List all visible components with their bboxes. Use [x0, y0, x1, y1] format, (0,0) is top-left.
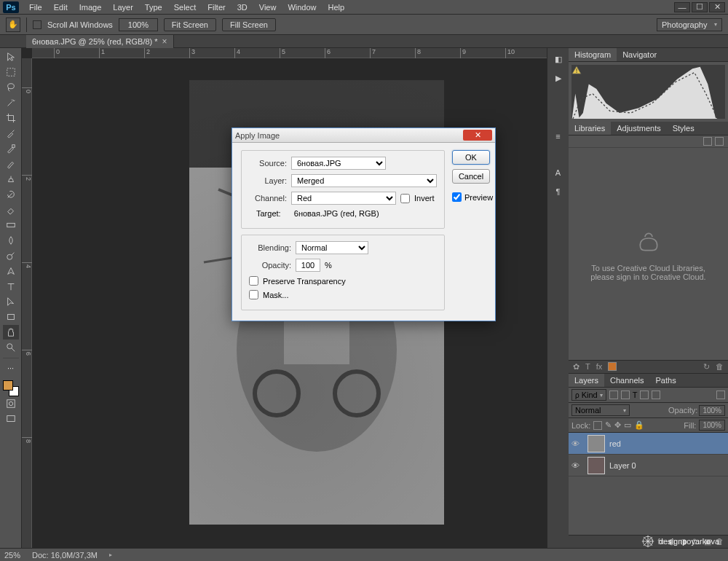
- magic-wand-tool-icon[interactable]: [3, 95, 19, 110]
- healing-brush-tool-icon[interactable]: [3, 141, 19, 156]
- menu-select[interactable]: Select: [168, 3, 202, 12]
- channel-dropdown[interactable]: Red: [291, 192, 396, 205]
- menu-image[interactable]: Image: [74, 3, 108, 12]
- filter-image-icon[interactable]: [609, 391, 618, 399]
- filter-adjust-icon[interactable]: [621, 391, 630, 399]
- tab-navigator[interactable]: Navigator: [617, 48, 662, 61]
- pen-tool-icon[interactable]: [3, 264, 19, 278]
- status-zoom[interactable]: 25%: [4, 551, 20, 560]
- layer-kind-dropdown[interactable]: ρ Kind ▾: [571, 389, 606, 401]
- menu-file[interactable]: File: [23, 3, 48, 12]
- invert-checkbox[interactable]: [400, 194, 410, 203]
- crop-tool-icon[interactable]: [3, 111, 19, 125]
- layer-dropdown[interactable]: Merged: [291, 174, 437, 187]
- window-minimize-button[interactable]: —: [674, 2, 690, 12]
- lock-brush-icon[interactable]: ✎: [605, 420, 612, 430]
- filter-shape-icon[interactable]: [640, 391, 649, 399]
- path-select-tool-icon[interactable]: [3, 294, 19, 309]
- fill-screen-button[interactable]: Fill Screen: [222, 18, 276, 31]
- layer-item-red[interactable]: 👁 red: [569, 433, 728, 455]
- eraser-tool-icon[interactable]: [3, 203, 19, 217]
- eyedropper-tool-icon[interactable]: [3, 126, 19, 141]
- lock-all-icon[interactable]: 🔒: [634, 420, 644, 430]
- cancel-button[interactable]: Cancel: [452, 169, 490, 184]
- sync-icon[interactable]: ↻: [703, 362, 710, 372]
- dialog-close-button[interactable]: ✕: [463, 130, 492, 141]
- blur-tool-icon[interactable]: [3, 233, 19, 248]
- quick-mask-icon[interactable]: [3, 396, 19, 411]
- tab-styles[interactable]: Styles: [667, 122, 700, 135]
- preserve-transparency-checkbox[interactable]: [249, 276, 258, 286]
- document-tab[interactable]: 6новая.JPG @ 25% (red, RGB/8) * ×: [26, 35, 174, 48]
- hand-tool-icon-toolbar[interactable]: [3, 325, 19, 340]
- dialog-opacity-input[interactable]: [296, 259, 320, 272]
- fx-icon[interactable]: fx: [596, 362, 603, 372]
- tab-paths[interactable]: Paths: [650, 374, 682, 387]
- ok-button[interactable]: OK: [452, 150, 490, 165]
- lib-list-view-icon[interactable]: [715, 137, 724, 146]
- tab-adjustments[interactable]: Adjustments: [611, 122, 667, 135]
- preview-checkbox[interactable]: [452, 192, 462, 202]
- filter-smart-icon[interactable]: [652, 391, 660, 399]
- dodge-tool-icon[interactable]: [3, 248, 19, 263]
- marquee-tool-icon[interactable]: [3, 65, 19, 79]
- menu-filter[interactable]: Filter: [202, 3, 231, 12]
- window-maximize-button[interactable]: ☐: [692, 2, 708, 12]
- blending-dropdown[interactable]: Normal: [296, 241, 368, 254]
- zoom-tool-icon[interactable]: [3, 340, 19, 355]
- lock-move-icon[interactable]: ✥: [614, 420, 621, 430]
- type-style-icon[interactable]: T: [585, 362, 590, 372]
- workspace-dropdown[interactable]: Photography ▾: [657, 18, 722, 31]
- move-tool-icon[interactable]: [3, 50, 19, 64]
- layer-opacity-input[interactable]: 100%: [699, 405, 725, 416]
- lib-grid-view-icon[interactable]: [703, 137, 712, 146]
- edit-toolbar-button[interactable]: ···: [3, 361, 19, 375]
- mask-checkbox[interactable]: [249, 290, 258, 299]
- layer-name[interactable]: red: [609, 439, 621, 448]
- layer-fill-input[interactable]: 100%: [699, 420, 725, 431]
- color-swatches[interactable]: [3, 380, 19, 396]
- tab-histogram[interactable]: Histogram: [569, 48, 617, 61]
- blend-mode-dropdown[interactable]: Normal▾: [571, 404, 630, 416]
- layer-item-layer0[interactable]: 👁 Layer 0: [569, 455, 728, 476]
- menu-type[interactable]: Type: [139, 3, 168, 12]
- document-tab-close-button[interactable]: ×: [162, 36, 167, 47]
- filter-type-icon[interactable]: T: [633, 391, 638, 399]
- paragraph-panel-icon[interactable]: ¶: [550, 184, 566, 200]
- zoom-input[interactable]: 100%: [119, 18, 158, 31]
- visibility-toggle-icon[interactable]: 👁: [571, 461, 583, 470]
- tab-libraries[interactable]: Libraries: [569, 122, 611, 135]
- visibility-toggle-icon[interactable]: 👁: [571, 439, 583, 448]
- menu-3d[interactable]: 3D: [232, 3, 253, 12]
- properties-panel-icon[interactable]: ≡: [550, 128, 566, 144]
- window-close-button[interactable]: ✕: [709, 2, 725, 12]
- lock-artboard-icon[interactable]: ▭: [624, 420, 631, 430]
- dialog-titlebar[interactable]: Apply Image ✕: [232, 128, 495, 143]
- menu-edit[interactable]: Edit: [48, 3, 74, 12]
- add-style-icon[interactable]: ✿: [573, 362, 579, 372]
- status-doc-size[interactable]: Doc: 16,0M/37,3M: [32, 551, 98, 560]
- fit-screen-button[interactable]: Fit Screen: [164, 18, 216, 31]
- menu-layer[interactable]: Layer: [107, 3, 139, 12]
- layer-name[interactable]: Layer 0: [609, 461, 636, 470]
- swatches-panel-icon[interactable]: ▶: [550, 70, 566, 86]
- rectangle-tool-icon[interactable]: [3, 310, 19, 324]
- lock-transparent-icon[interactable]: [593, 421, 602, 430]
- brush-tool-icon[interactable]: [3, 157, 19, 171]
- history-brush-tool-icon[interactable]: [3, 187, 19, 202]
- clone-stamp-tool-icon[interactable]: [3, 172, 19, 187]
- filter-toggle[interactable]: [716, 391, 725, 399]
- screen-mode-icon[interactable]: [3, 412, 19, 426]
- source-dropdown[interactable]: 6новая.JPG: [291, 157, 386, 170]
- tab-channels[interactable]: Channels: [604, 374, 649, 387]
- color-panel-icon[interactable]: ◧: [550, 51, 566, 67]
- type-tool-icon[interactable]: [3, 279, 19, 294]
- menu-window[interactable]: Window: [282, 3, 322, 12]
- menu-help[interactable]: Help: [323, 3, 351, 12]
- gradient-tool-icon[interactable]: [3, 218, 19, 232]
- scroll-all-checkbox[interactable]: [33, 20, 41, 29]
- trash-icon[interactable]: 🗑: [716, 362, 724, 372]
- lasso-tool-icon[interactable]: [3, 80, 19, 95]
- hand-tool-icon[interactable]: ✋: [6, 17, 20, 32]
- character-panel-icon[interactable]: A: [550, 165, 566, 181]
